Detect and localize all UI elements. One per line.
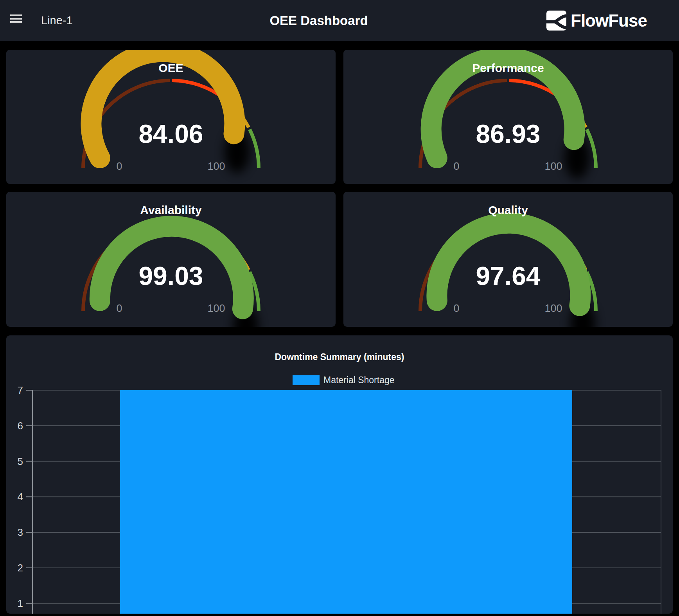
hamburger-menu-button[interactable] xyxy=(10,14,22,25)
page-title: OEE Dashboard xyxy=(269,0,368,41)
gauge-max-label: 100 xyxy=(201,160,232,172)
hamburger-icon xyxy=(10,14,22,16)
gauge-max-label: 100 xyxy=(201,303,232,314)
gauge-title: Performance xyxy=(343,61,673,75)
gauge-min-label: 0 xyxy=(104,303,135,314)
y-axis-label: 5 xyxy=(18,456,23,467)
gauge-value: 86.93 xyxy=(343,120,673,148)
gauge-max-label: 100 xyxy=(538,160,569,172)
y-axis-label: 7 xyxy=(18,384,23,396)
gauge-value: 97.64 xyxy=(343,262,673,290)
oee-dashboard-page: Line-1 OEE Dashboard FlowFuse OEE 84.06 … xyxy=(0,0,679,616)
legend-item-material-shortage[interactable]: Material Shortage xyxy=(293,375,395,385)
legend-label: Material Shortage xyxy=(323,375,395,385)
line-selector-label: Line-1 xyxy=(41,0,73,41)
gauge-min-label: 0 xyxy=(441,303,472,314)
y-axis-label: 3 xyxy=(18,526,23,538)
flowfuse-logo: FlowFuse xyxy=(546,11,647,31)
gauge-min-label: 0 xyxy=(441,160,472,172)
y-axis-label: 2 xyxy=(18,562,23,574)
y-axis-label: 4 xyxy=(18,491,23,503)
gauge-value: 99.03 xyxy=(6,262,336,290)
gauge-max-label: 100 xyxy=(538,303,569,314)
y-axis-label: 6 xyxy=(18,420,23,432)
flowfuse-icon xyxy=(546,11,566,31)
brand-name: FlowFuse xyxy=(571,11,647,31)
app-header: Line-1 OEE Dashboard FlowFuse xyxy=(0,0,679,41)
y-axis-label: 1 xyxy=(18,598,23,609)
gauge-card-oee: OEE 84.06 0 100 xyxy=(6,50,336,184)
gauge-title: OEE xyxy=(6,61,336,75)
gauge-title: Quality xyxy=(343,204,673,217)
gauge-min-label: 0 xyxy=(104,160,135,172)
downtime-chart-card: 7654321 Downtime Summary (minutes) Mater… xyxy=(6,335,673,614)
chart-title: Downtime Summary (minutes) xyxy=(6,352,673,362)
gauge-title: Availability xyxy=(6,204,336,217)
gauge-card-availability: Availability 99.03 0 100 xyxy=(6,192,336,327)
gauge-card-quality: Quality 97.64 0 100 xyxy=(343,192,673,327)
legend-swatch xyxy=(293,375,320,385)
gauge-card-performance: Performance 86.93 0 100 xyxy=(343,50,673,184)
gauge-value: 84.06 xyxy=(6,120,336,148)
bar-material-shortage[interactable] xyxy=(120,390,572,614)
